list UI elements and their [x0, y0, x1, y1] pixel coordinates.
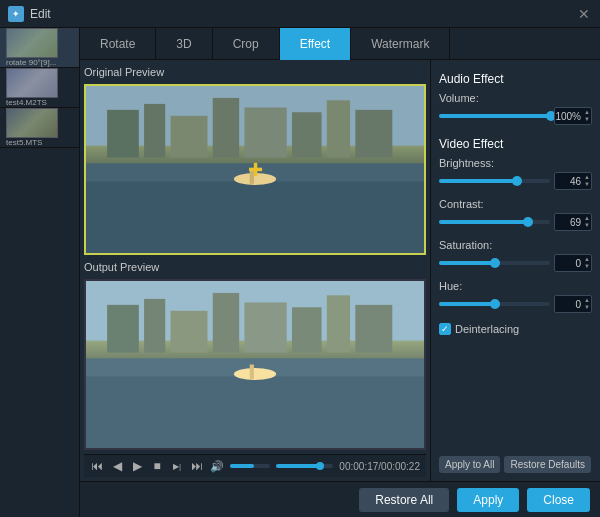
skip-back-button[interactable]: ⏮ [90, 459, 104, 473]
brightness-track-thumb [512, 176, 522, 186]
contrast-track-fill [439, 220, 528, 224]
volume-track[interactable] [439, 114, 550, 118]
tabs: Rotate 3D Crop Effect Watermark [80, 28, 600, 60]
content-area: Rotate 3D Crop Effect Watermark Original… [80, 28, 600, 517]
saturation-up-arrow[interactable]: ▲ [584, 256, 590, 263]
restore-all-button[interactable]: Restore All [359, 488, 449, 512]
audio-effect-title: Audio Effect [439, 72, 592, 86]
next-frame-button[interactable]: ▶| [170, 462, 184, 471]
sidebar-item-1[interactable]: test4.M2TS [0, 68, 79, 108]
sidebar-item-label-2: test5.MTS [6, 138, 73, 147]
contrast-slider-row: 69 ▲ ▼ [439, 213, 592, 231]
window-title: Edit [30, 7, 51, 21]
sidebar-thumb-0 [6, 28, 58, 58]
video-effect-title: Video Effect [439, 137, 592, 151]
svg-rect-18 [244, 302, 286, 352]
hue-control: Hue: 0 ▲ ▼ [439, 280, 592, 313]
title-bar: ✦ Edit ✕ [0, 0, 600, 28]
svg-rect-16 [171, 311, 208, 353]
content-split: Original Preview [80, 60, 600, 481]
original-preview-label: Original Preview [84, 64, 426, 80]
title-bar-left: ✦ Edit [8, 6, 51, 22]
time-display: 00:00:17/00:00:22 [339, 461, 420, 472]
stop-button[interactable]: ■ [150, 459, 164, 473]
play-button[interactable]: ▶ [130, 459, 144, 473]
contrast-control: Contrast: 69 ▲ ▼ [439, 198, 592, 231]
contrast-spinbox[interactable]: 69 ▲ ▼ [554, 213, 592, 231]
sidebar-thumb-2 [6, 108, 58, 138]
progress-fill [276, 464, 320, 468]
skip-forward-button[interactable]: ⏭ [190, 459, 204, 473]
sidebar-item-2[interactable]: test5.MTS [0, 108, 79, 148]
progress-bar[interactable] [276, 464, 333, 468]
saturation-down-arrow[interactable]: ▼ [584, 263, 590, 270]
svg-rect-6 [292, 112, 322, 157]
saturation-slider-row: 0 ▲ ▼ [439, 254, 592, 272]
svg-rect-8 [355, 110, 392, 158]
svg-rect-2 [144, 104, 165, 158]
saturation-label: Saturation: [439, 239, 592, 251]
hue-spinbox[interactable]: 0 ▲ ▼ [554, 295, 592, 313]
volume-control: Volume: 100% ▲ ▼ [439, 92, 592, 125]
hue-track-thumb [490, 299, 500, 309]
output-video-frame [86, 281, 424, 448]
hue-track[interactable] [439, 302, 550, 306]
svg-rect-14 [107, 305, 139, 353]
panel-actions: Apply to All Restore Defaults [439, 456, 592, 473]
window-close-button[interactable]: ✕ [576, 6, 592, 22]
restore-defaults-button[interactable]: Restore Defaults [504, 456, 590, 473]
brightness-track[interactable] [439, 179, 550, 183]
right-panel: Audio Effect Volume: 100% ▲ ▼ [430, 60, 600, 481]
svg-rect-3 [171, 116, 208, 158]
output-scene-svg [86, 281, 424, 448]
volume-slider-row: 100% ▲ ▼ [439, 107, 592, 125]
contrast-up-arrow[interactable]: ▲ [584, 215, 590, 222]
sidebar-item-0[interactable]: rotate 90°[9]... [0, 28, 79, 68]
hue-up-arrow[interactable]: ▲ [584, 297, 590, 304]
svg-rect-21 [355, 305, 392, 353]
tab-3d[interactable]: 3D [156, 28, 212, 60]
tab-crop[interactable]: Crop [213, 28, 280, 60]
contrast-down-arrow[interactable]: ▼ [584, 222, 590, 229]
deinterlacing-row: ✓ Deinterlacing [439, 323, 592, 335]
hue-track-fill [439, 302, 495, 306]
tab-rotate[interactable]: Rotate [80, 28, 156, 60]
apply-button[interactable]: Apply [457, 488, 519, 512]
svg-rect-7 [327, 100, 350, 157]
volume-slider[interactable] [230, 464, 270, 468]
sidebar: rotate 90°[9]... test4.M2TS test5.MTS [0, 28, 80, 517]
volume-spinbox[interactable]: 100% ▲ ▼ [554, 107, 592, 125]
close-button[interactable]: Close [527, 488, 590, 512]
svg-rect-25 [250, 365, 254, 379]
deinterlacing-checkbox[interactable]: ✓ [439, 323, 451, 335]
brightness-label: Brightness: [439, 157, 592, 169]
volume-up-arrow[interactable]: ▲ [584, 109, 590, 116]
brightness-down-arrow[interactable]: ▼ [584, 181, 590, 188]
sidebar-item-label-1: test4.M2TS [6, 98, 73, 107]
tab-watermark[interactable]: Watermark [351, 28, 450, 60]
saturation-track-fill [439, 261, 495, 265]
brightness-up-arrow[interactable]: ▲ [584, 174, 590, 181]
contrast-track-thumb [523, 217, 533, 227]
preview-area: Original Preview [80, 60, 430, 481]
hue-slider-row: 0 ▲ ▼ [439, 295, 592, 313]
volume-icon: 🔊 [210, 460, 224, 473]
prev-frame-button[interactable]: ◀ [110, 459, 124, 473]
volume-fill [230, 464, 254, 468]
volume-down-arrow[interactable]: ▼ [584, 116, 590, 123]
hue-down-arrow[interactable]: ▼ [584, 304, 590, 311]
brightness-spinbox[interactable]: 46 ▲ ▼ [554, 172, 592, 190]
brightness-control: Brightness: 46 ▲ ▼ [439, 157, 592, 190]
svg-rect-15 [144, 299, 165, 353]
original-preview-box: ✚ [84, 84, 426, 255]
hue-label: Hue: [439, 280, 592, 292]
saturation-control: Saturation: 0 ▲ ▼ [439, 239, 592, 272]
saturation-track[interactable] [439, 261, 550, 265]
player-controls: ⏮ ◀ ▶ ■ ▶| ⏭ 🔊 00:00:17/00:00:22 [84, 454, 426, 477]
apply-to-all-button[interactable]: Apply to All [439, 456, 500, 473]
saturation-spinbox[interactable]: 0 ▲ ▼ [554, 254, 592, 272]
output-preview-label: Output Preview [84, 259, 426, 275]
tab-effect[interactable]: Effect [280, 28, 351, 60]
svg-rect-19 [292, 307, 322, 352]
contrast-track[interactable] [439, 220, 550, 224]
